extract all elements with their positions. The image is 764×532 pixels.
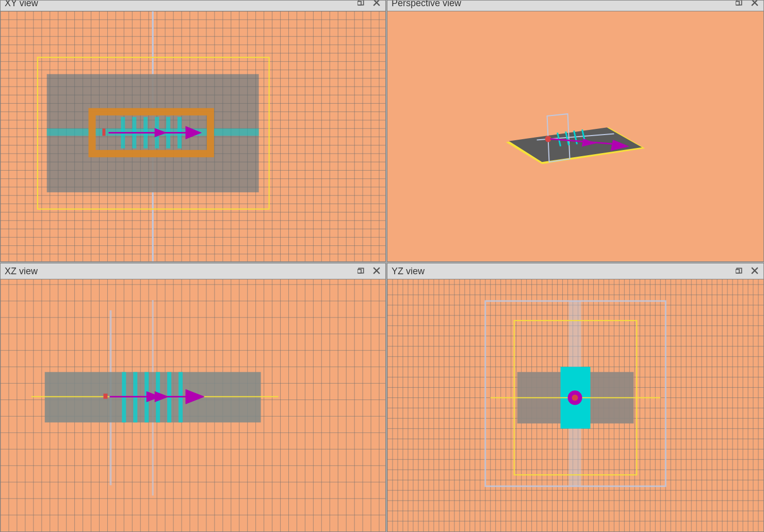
svg-rect-151: [357, 269, 361, 273]
svg-rect-225: [103, 394, 107, 399]
perspective-viewport[interactable]: [387, 11, 763, 261]
close-icon: [373, 0, 380, 8]
panel-xy-controls: [355, 0, 382, 9]
xz-viewport[interactable]: [1, 279, 385, 531]
panel-yz-maximize-button[interactable]: [734, 265, 745, 277]
panel-xy-title: XY view: [5, 0, 355, 9]
svg-rect-131: [102, 128, 105, 136]
panel-xz-close-button[interactable]: [371, 265, 382, 277]
panel-xz: XZ view: [0, 263, 386, 532]
panel-perspective-maximize-button[interactable]: [734, 0, 745, 9]
close-icon: [373, 267, 380, 276]
panel-yz-close-button[interactable]: [749, 265, 760, 277]
maximize-icon: [736, 267, 743, 276]
panel-xz-header: XZ view: [1, 263, 385, 279]
panel-perspective-header: Perspective view: [387, 0, 763, 11]
svg-rect-136: [736, 1, 739, 5]
panel-xy-close-button[interactable]: [371, 0, 382, 9]
panel-xz-title: XZ view: [5, 266, 355, 277]
xy-viewport[interactable]: [1, 11, 385, 261]
panel-perspective: Perspective view: [387, 0, 764, 262]
panel-yz: YZ view: [387, 263, 764, 532]
panel-xy-header: XY view: [1, 0, 385, 11]
panel-xy-maximize-button[interactable]: [355, 0, 367, 9]
panel-perspective-title: Perspective view: [392, 0, 734, 9]
yz-viewport[interactable]: [387, 279, 763, 531]
svg-rect-1: [357, 1, 361, 5]
panel-xz-maximize-button[interactable]: [355, 265, 367, 277]
svg-point-337: [572, 395, 578, 401]
maximize-icon: [357, 267, 365, 276]
panel-xy: XY view: [0, 0, 386, 262]
panel-yz-header: YZ view: [387, 263, 763, 279]
panel-perspective-close-button[interactable]: [749, 0, 760, 9]
close-icon: [751, 267, 758, 276]
maximize-icon: [357, 0, 365, 8]
svg-rect-231: [736, 269, 739, 273]
close-icon: [751, 0, 758, 8]
panel-yz-title: YZ view: [392, 266, 734, 277]
maximize-icon: [736, 0, 743, 8]
